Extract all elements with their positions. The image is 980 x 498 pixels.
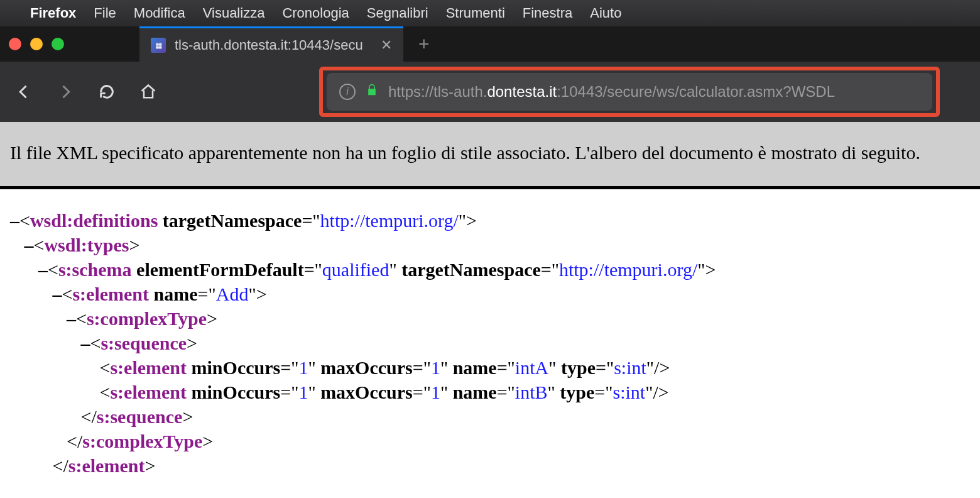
home-button[interactable] [134,78,162,106]
url-bar[interactable]: i https://tls-auth.dontesta.it:10443/sec… [327,73,932,111]
lock-icon[interactable] [366,83,378,101]
window-controls [9,38,64,50]
xml-tree: –<wsdl:definitions targetNamespace="http… [0,189,980,497]
close-tab-button[interactable]: ✕ [381,37,392,53]
zoom-window-button[interactable] [52,38,64,50]
menu-aiuto[interactable]: Aiuto [590,5,621,21]
xml-node-schema[interactable]: –<s:schema elementFormDefault="qualified… [10,257,970,282]
favicon-icon: ▦ [151,38,166,53]
minimize-window-button[interactable] [30,38,43,50]
menu-strumenti[interactable]: Strumenti [446,5,505,21]
site-info-icon[interactable]: i [339,84,356,100]
xml-no-stylesheet-banner: Il file XML specificato apparentemente n… [0,122,980,189]
tab-strip: ▦ tls-auth.dontesta.it:10443/secu ✕ + [0,26,980,62]
reload-button[interactable] [93,78,121,106]
xml-node-element-add[interactable]: –<s:element name="Add"> [10,282,970,306]
xml-node-complextype[interactable]: –<s:complexType> [10,306,970,331]
menu-modifica[interactable]: Modifica [134,5,185,21]
menu-cronologia[interactable]: Cronologia [282,5,349,21]
url-bar-container: i https://tls-auth.dontesta.it:10443/sec… [327,73,932,111]
xml-node-definitions[interactable]: –<wsdl:definitions targetNamespace="http… [10,208,970,233]
xml-node-sequence[interactable]: –<s:sequence> [10,331,970,355]
xml-close-element: </s:element> [10,453,970,478]
menu-segnalibri[interactable]: Segnalibri [367,5,428,21]
menu-visualizza[interactable]: Visualizza [203,5,265,21]
xml-close-sequence: </s:sequence> [10,404,970,429]
menu-file[interactable]: File [94,5,116,21]
url-text: https://tls-auth.dontesta.it:10443/secur… [388,83,835,101]
back-button[interactable] [10,78,38,106]
macos-menubar: Firefox File Modifica Visualizza Cronolo… [0,0,980,26]
banner-text: Il file XML specificato apparentemente n… [10,142,920,163]
browser-toolbar: i https://tls-auth.dontesta.it:10443/sec… [0,62,980,122]
menu-finestra[interactable]: Finestra [523,5,572,21]
xml-leaf-inta: <s:element minOccurs="1" maxOccurs="1" n… [10,355,970,380]
new-tab-button[interactable]: + [418,33,430,55]
xml-node-types[interactable]: –<wsdl:types> [10,233,970,257]
tab-title: tls-auth.dontesta.it:10443/secu [175,37,372,53]
forward-button[interactable] [52,78,79,106]
app-name[interactable]: Firefox [30,5,76,21]
active-tab[interactable]: ▦ tls-auth.dontesta.it:10443/secu ✕ [139,26,403,62]
xml-close-complextype: </s:complexType> [10,429,970,453]
xml-leaf-intb: <s:element minOccurs="1" maxOccurs="1" n… [10,380,970,404]
close-window-button[interactable] [9,38,21,50]
